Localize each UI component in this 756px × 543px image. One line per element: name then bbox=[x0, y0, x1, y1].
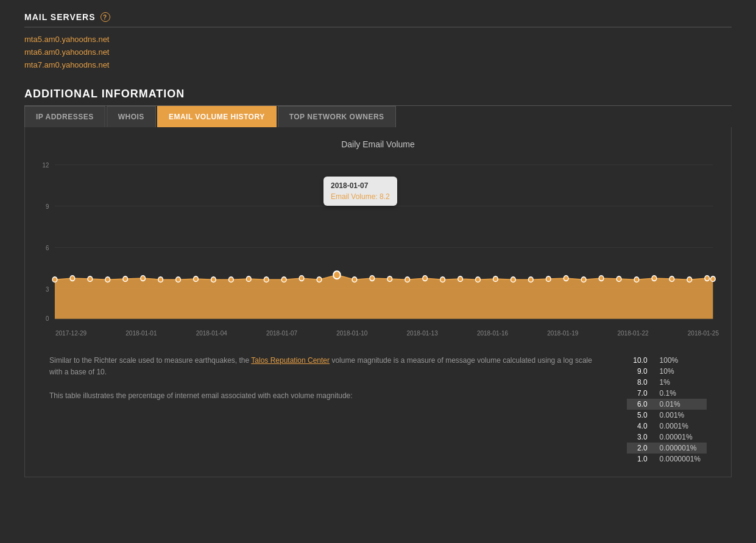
svg-point-36 bbox=[493, 276, 498, 282]
talos-link[interactable]: Talos Reputation Center bbox=[251, 356, 330, 365]
svg-point-25 bbox=[299, 276, 304, 281]
x-axis-label: 2018-01-16 bbox=[477, 330, 508, 337]
additional-info-title: ADDITIONAL INFORMATION bbox=[24, 88, 732, 106]
x-axis-label: 2018-01-04 bbox=[196, 330, 227, 337]
svg-point-43 bbox=[616, 276, 621, 282]
table-row: 2.00.000001% bbox=[627, 443, 707, 454]
svg-point-49 bbox=[710, 276, 715, 282]
x-axis-label: 2018-01-10 bbox=[336, 330, 367, 337]
svg-text:12: 12 bbox=[43, 162, 49, 169]
svg-point-13 bbox=[88, 276, 93, 282]
mail-servers-label: MAIL SERVERS bbox=[24, 12, 96, 22]
table-row: 1.00.0000001% bbox=[627, 454, 707, 464]
volume-percent: 0.1% bbox=[654, 388, 707, 399]
svg-point-20 bbox=[211, 277, 216, 282]
tab-top-network-owners[interactable]: TOP NETWORK OWNERS bbox=[278, 106, 396, 127]
svg-point-39 bbox=[546, 276, 551, 282]
x-axis-labels: 2017-12-292018-01-012018-01-042018-01-07… bbox=[55, 329, 719, 337]
svg-point-30 bbox=[387, 276, 392, 282]
x-axis-label: 2018-01-01 bbox=[125, 330, 157, 337]
svg-text:0: 0 bbox=[46, 315, 49, 323]
svg-point-24 bbox=[281, 277, 286, 282]
svg-point-35 bbox=[476, 277, 481, 282]
mail-servers-title: MAIL SERVERS ? bbox=[24, 12, 732, 27]
svg-point-29 bbox=[370, 276, 375, 281]
volume-value: 8.0 bbox=[627, 377, 653, 388]
svg-point-19 bbox=[194, 276, 199, 282]
additional-info-section: ADDITIONAL INFORMATION IP ADDRESSESWHOIS… bbox=[24, 88, 732, 477]
x-axis-label: 2018-01-07 bbox=[266, 330, 297, 337]
chart-container: Daily Email Volume 2018-01-07 Email Volu… bbox=[24, 127, 732, 477]
svg-point-22 bbox=[246, 276, 251, 282]
volume-table: 10.0100%9.010%8.01%7.00.1%6.00.01%5.00.0… bbox=[627, 355, 707, 464]
volume-percent: 1% bbox=[654, 377, 707, 388]
tab-ip-addresses[interactable]: IP ADDRESSES bbox=[24, 106, 105, 127]
table-row: 7.00.1% bbox=[627, 388, 707, 399]
tab-email-volume-history[interactable]: EMAIL VOLUME HISTORY bbox=[157, 106, 277, 127]
svg-text:3: 3 bbox=[46, 286, 49, 293]
volume-percent: 0.01% bbox=[654, 399, 707, 410]
volume-value: 9.0 bbox=[627, 366, 653, 377]
legend-section: Similar to the Richter scale used to mea… bbox=[37, 349, 719, 471]
svg-point-42 bbox=[599, 276, 604, 281]
svg-point-33 bbox=[440, 277, 445, 282]
mail-server-link[interactable]: mta5.am0.yahoodns.net bbox=[24, 35, 732, 44]
svg-point-15 bbox=[123, 276, 128, 282]
chart-title: Daily Email Volume bbox=[37, 139, 719, 149]
svg-marker-10 bbox=[55, 275, 713, 319]
volume-value: 7.0 bbox=[627, 388, 653, 399]
svg-point-38 bbox=[528, 277, 533, 282]
volume-percent: 10% bbox=[654, 366, 707, 377]
legend-text-2: This table illustrates the percentage of… bbox=[49, 390, 602, 402]
x-axis-label: 2018-01-19 bbox=[547, 330, 578, 337]
volume-value: 1.0 bbox=[627, 454, 653, 464]
svg-point-44 bbox=[634, 277, 639, 282]
volume-percent: 0.00001% bbox=[654, 432, 707, 443]
x-axis-label: 2018-01-22 bbox=[618, 330, 649, 337]
chart-area: 2018-01-07 Email Volume: 8.2 12 9 6 3 0 bbox=[37, 158, 719, 329]
volume-value: 6.0 bbox=[627, 399, 653, 410]
table-row: 9.010% bbox=[627, 366, 707, 377]
mail-servers-section: MAIL SERVERS ? mta5.am0.yahoodns.netmta6… bbox=[24, 12, 732, 69]
svg-point-34 bbox=[458, 276, 463, 282]
svg-point-45 bbox=[652, 276, 657, 281]
volume-percent: 0.0000001% bbox=[654, 454, 707, 464]
x-axis-label: 2017-12-29 bbox=[55, 330, 87, 337]
svg-point-12 bbox=[70, 276, 75, 281]
svg-text:6: 6 bbox=[46, 244, 49, 251]
help-icon[interactable]: ? bbox=[101, 12, 110, 22]
svg-point-48 bbox=[705, 276, 710, 281]
x-axis-label: 2018-01-13 bbox=[407, 330, 438, 337]
svg-point-40 bbox=[563, 276, 568, 281]
svg-point-18 bbox=[176, 277, 181, 282]
volume-percent: 0.0001% bbox=[654, 421, 707, 432]
tab-whois[interactable]: WHOIS bbox=[107, 106, 156, 127]
table-row: 3.00.00001% bbox=[627, 432, 707, 443]
volume-value: 5.0 bbox=[627, 410, 653, 421]
x-axis-label: 2018-01-25 bbox=[688, 330, 719, 337]
mail-server-link[interactable]: mta7.am0.yahoodns.net bbox=[24, 60, 732, 69]
volume-value: 10.0 bbox=[627, 355, 653, 366]
table-row: 8.01% bbox=[627, 377, 707, 388]
svg-point-28 bbox=[352, 277, 357, 282]
chart-svg: 12 9 6 3 0 bbox=[37, 158, 719, 329]
volume-value: 2.0 bbox=[627, 443, 653, 454]
mail-server-link[interactable]: mta6.am0.yahoodns.net bbox=[24, 47, 732, 57]
svg-point-16 bbox=[141, 276, 146, 281]
page-container: MAIL SERVERS ? mta5.am0.yahoodns.netmta6… bbox=[0, 0, 756, 489]
svg-point-27 bbox=[333, 271, 341, 279]
legend-text-1: Similar to the Richter scale used to mea… bbox=[49, 355, 602, 378]
table-row: 10.0100% bbox=[627, 355, 707, 366]
svg-point-46 bbox=[669, 276, 674, 282]
svg-point-11 bbox=[52, 277, 57, 282]
svg-point-41 bbox=[581, 277, 586, 282]
svg-point-32 bbox=[423, 276, 428, 281]
legend-table: 10.0100%9.010%8.01%7.00.1%6.00.01%5.00.0… bbox=[627, 355, 707, 464]
table-row: 5.00.001% bbox=[627, 410, 707, 421]
svg-point-37 bbox=[511, 277, 516, 282]
svg-point-21 bbox=[228, 277, 233, 282]
table-row: 4.00.0001% bbox=[627, 421, 707, 432]
svg-text:9: 9 bbox=[46, 203, 49, 210]
svg-point-47 bbox=[687, 277, 692, 282]
svg-point-23 bbox=[264, 277, 269, 282]
